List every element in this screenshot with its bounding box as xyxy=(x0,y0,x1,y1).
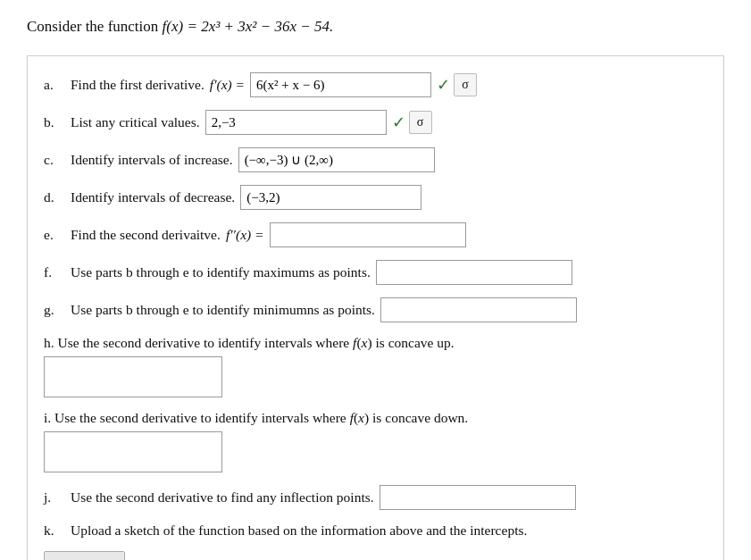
part-b-sigma-btn[interactable]: σ xyxy=(409,111,432,134)
part-d-row: d. Identify intervals of decrease. xyxy=(44,185,704,210)
part-a-answer[interactable] xyxy=(250,72,431,97)
part-b-label: b. xyxy=(44,114,69,130)
part-e-label: e. xyxy=(44,227,69,243)
part-f-answer[interactable] xyxy=(376,260,572,285)
part-a-check-icon: ✓ xyxy=(437,75,450,95)
part-i-area: i. Use the second derivative to identify… xyxy=(44,410,704,472)
part-b-question: List any critical values. xyxy=(71,114,200,130)
part-b-answer[interactable] xyxy=(205,110,387,135)
part-c-row: c. Identify intervals of increase. xyxy=(44,147,704,172)
part-a-question: Find the first derivative. xyxy=(71,77,204,93)
part-i-answer[interactable] xyxy=(44,431,222,472)
part-a-row: a. Find the first derivative. f′(x) = ✓ … xyxy=(44,72,704,97)
no-file-text: No file chosen xyxy=(132,557,205,561)
part-b-row: b. List any critical values. ✓ σ xyxy=(44,110,704,135)
part-e-question: Find the second derivaitve. xyxy=(71,227,221,243)
part-i-question: Use the second derivative to identify in… xyxy=(54,410,468,425)
part-a-sigma-btn[interactable]: σ xyxy=(454,73,477,96)
choose-file-label: Choose File xyxy=(54,557,115,561)
file-upload-row: Choose File No file chosen xyxy=(44,551,704,560)
part-d-label: d. xyxy=(44,189,69,205)
part-f-label: f. xyxy=(44,264,69,280)
part-i-label: i. xyxy=(44,410,51,425)
choose-file-button[interactable]: Choose File xyxy=(44,551,125,560)
part-h-answer[interactable] xyxy=(44,356,222,397)
title-text: Consider the function xyxy=(27,18,158,35)
part-g-answer[interactable] xyxy=(380,297,577,322)
part-k-label: k. xyxy=(44,522,69,539)
part-h-label: h. xyxy=(44,335,54,350)
part-k-question: Upload a sketch of the function based on… xyxy=(71,522,527,539)
page-title: Consider the function f(x) = 2x³ + 3x² −… xyxy=(27,18,724,36)
part-g-label: g. xyxy=(44,302,69,318)
part-j-label: j. xyxy=(44,489,69,506)
part-h-label-row: h. Use the second derivative to identify… xyxy=(44,335,704,351)
part-f-question: Use parts b through e to identify maximu… xyxy=(71,264,371,280)
part-e-answer[interactable] xyxy=(270,222,466,247)
part-d-question: Identify intervals of decrease. xyxy=(71,189,235,205)
part-j-question: Use the second derivative to find any in… xyxy=(71,489,374,506)
part-g-question: Use parts b through e to identify minimu… xyxy=(71,302,375,318)
problem-area: a. Find the first derivative. f′(x) = ✓ … xyxy=(27,55,724,560)
title-function: f(x) = 2x³ + 3x² − 36x − 54. xyxy=(163,18,334,35)
part-j-answer[interactable] xyxy=(380,485,576,510)
part-g-row: g. Use parts b through e to identify min… xyxy=(44,297,704,322)
part-j-row: j. Use the second derivative to find any… xyxy=(44,485,704,510)
part-k-row: k. Upload a sketch of the function based… xyxy=(44,522,704,539)
part-e-math-label: f′′(x) = xyxy=(226,227,264,243)
part-f-row: f. Use parts b through e to identify max… xyxy=(44,260,704,285)
part-a-math-label: f′(x) = xyxy=(210,77,245,93)
part-h-area: h. Use the second derivative to identify… xyxy=(44,335,704,397)
part-h-question: Use the second derivative to identify in… xyxy=(58,335,455,350)
part-c-label: c. xyxy=(44,152,69,168)
part-e-row: e. Find the second derivaitve. f′′(x) = xyxy=(44,222,704,247)
part-i-label-row: i. Use the second derivative to identify… xyxy=(44,410,704,426)
part-a-label: a. xyxy=(44,77,69,93)
part-d-answer[interactable] xyxy=(240,185,421,210)
part-c-answer[interactable] xyxy=(238,147,435,172)
part-c-question: Identify intervals of increase. xyxy=(71,152,233,168)
part-b-check-icon: ✓ xyxy=(392,113,405,132)
